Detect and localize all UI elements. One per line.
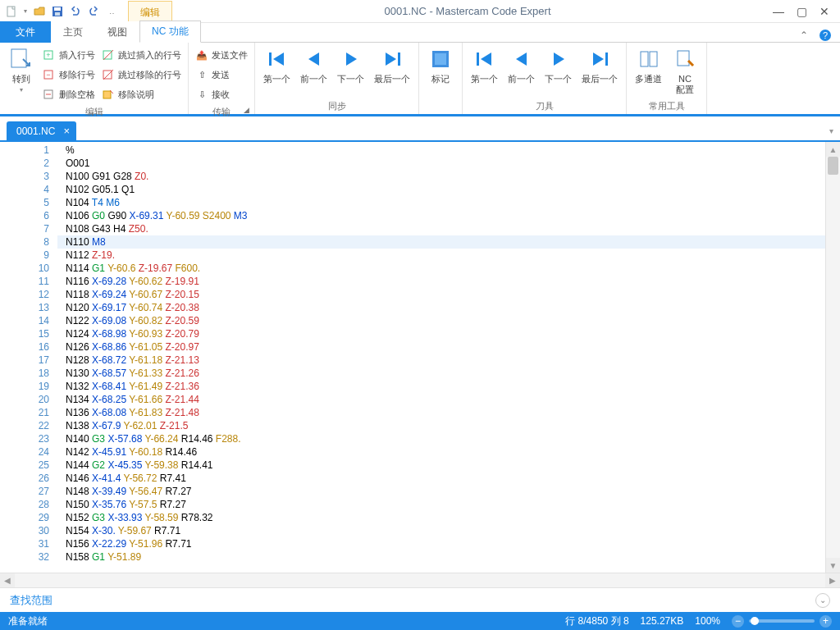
remove-blank-button[interactable]: 删除空格 — [41, 85, 97, 103]
svg-text:?: ? — [823, 30, 828, 40]
svg-rect-16 — [398, 52, 400, 66]
remove-line-button[interactable]: −移除行号 — [41, 66, 97, 84]
skip-remove-button[interactable]: 跳过移除的行号 — [100, 66, 183, 84]
help-icon[interactable]: ? — [819, 29, 832, 42]
qat-dropdown-icon[interactable]: ▾ — [21, 3, 30, 20]
open-icon[interactable] — [31, 3, 48, 20]
collapse-ribbon-icon[interactable]: ⌃ — [797, 29, 810, 42]
close-icon[interactable]: ✕ — [819, 6, 830, 17]
status-bar: 准备就绪 行 8/4850 列 8 125.27KB 100% − + — [0, 612, 840, 630]
svg-rect-14 — [103, 91, 111, 98]
tab-nc[interactable]: NC 功能 — [139, 21, 201, 43]
window-controls: — ▢ ✕ — [763, 6, 840, 17]
window-title: 0001.NC - Mastercam Code Expert — [172, 5, 763, 17]
svg-rect-20 — [605, 52, 608, 66]
zoom-in-icon[interactable]: + — [819, 615, 832, 628]
sync-first-button[interactable]: 第一个 — [258, 44, 295, 86]
document-tab[interactable]: 0001.NC × — [7, 121, 76, 140]
status-position: 行 8/4850 列 8 — [565, 614, 628, 628]
maximize-icon[interactable]: ▢ — [796, 6, 807, 17]
scroll-thumb[interactable] — [828, 157, 838, 175]
next-icon — [338, 46, 364, 72]
tool-prev-button[interactable]: 前一个 — [503, 44, 540, 86]
first-icon — [472, 46, 498, 72]
ribbon-group-sync: 第一个 前一个 下一个 最后一个 同步 — [255, 43, 419, 114]
vertical-scrollbar[interactable]: ▲ ▼ — [825, 142, 840, 573]
zoom-control: − + — [732, 615, 832, 628]
new-icon[interactable] — [3, 3, 20, 20]
scroll-left-icon[interactable]: ◀ — [0, 573, 15, 587]
document-tab-label: 0001.NC — [16, 126, 55, 137]
skip-remove-icon — [102, 68, 115, 81]
tab-file[interactable]: 文件 — [0, 21, 51, 43]
jump-icon — [8, 46, 34, 72]
svg-rect-12 — [103, 51, 112, 59]
ribbon-group-mark: 标记 — [419, 43, 462, 114]
code-area[interactable]: %O001N100 G91 G28 Z0.N102 G05.1 Q1N104 T… — [57, 142, 825, 573]
mark-icon — [427, 46, 454, 72]
redo-icon[interactable] — [85, 3, 102, 20]
book-icon — [636, 46, 662, 72]
remove-note-button[interactable]: 移除说明 — [100, 85, 183, 103]
tab-close-icon[interactable]: × — [63, 125, 70, 137]
document-tabs: 0001.NC × ▾ — [0, 116, 840, 140]
sync-next-button[interactable]: 下一个 — [332, 44, 369, 86]
sync-prev-button[interactable]: 前一个 — [295, 44, 332, 86]
prev-icon — [301, 46, 327, 72]
status-ready: 准备就绪 — [8, 614, 48, 628]
scroll-right-icon[interactable]: ▶ — [825, 573, 840, 587]
tab-home[interactable]: 主页 — [51, 21, 95, 43]
svg-text:−: − — [46, 71, 50, 79]
expand-find-icon[interactable]: ⌄ — [815, 593, 830, 608]
contextual-tab-edit[interactable]: 编辑 — [128, 1, 172, 23]
jump-button[interactable]: 转到 ▾ — [3, 44, 39, 95]
zoom-out-icon[interactable]: − — [732, 615, 744, 628]
tool-last-button[interactable]: 最后一个 — [577, 44, 623, 86]
tab-overflow-icon[interactable]: ▾ — [829, 126, 840, 135]
undo-icon[interactable] — [67, 3, 84, 20]
svg-rect-13 — [103, 71, 112, 79]
qat-more-icon[interactable]: ‥ — [103, 3, 120, 20]
ribbon-tabs: 文件 主页 视图 NC 功能 ⌃ ? — [0, 23, 840, 43]
titlebar: ▾ ‥ 编辑 0001.NC - Mastercam Code Expert —… — [0, 0, 840, 23]
multi-channel-button[interactable]: 多通道 — [630, 44, 667, 86]
ribbon-group-edit: 转到 ▾ +插入行号 −移除行号 删除空格 跳过插入的行号 跳过移除的行号 移除… — [0, 43, 189, 114]
ribbon-group-transfer: 📤发送文件 ⇧发送 ⇩接收 传输◢ — [189, 43, 255, 114]
svg-rect-18 — [435, 53, 446, 65]
group-launcher-icon[interactable]: ◢ — [244, 106, 249, 114]
receive-icon: ⇩ — [195, 88, 208, 101]
skip-insert-icon — [102, 48, 115, 62]
scroll-down-icon[interactable]: ▼ — [826, 558, 840, 573]
quick-access-toolbar: ▾ ‥ — [0, 3, 123, 20]
horizontal-scrollbar[interactable]: ◀ ▶ — [0, 573, 840, 587]
insert-line-button[interactable]: +插入行号 — [41, 46, 97, 64]
send-button[interactable]: ⇧发送 — [194, 66, 249, 84]
svg-rect-3 — [55, 12, 60, 16]
mark-button[interactable]: 标记 — [422, 44, 459, 86]
svg-rect-6 — [11, 49, 26, 67]
remove-line-icon: − — [43, 68, 56, 81]
skip-insert-button[interactable]: 跳过插入的行号 — [100, 46, 183, 64]
zoom-slider[interactable] — [749, 619, 815, 623]
svg-rect-2 — [54, 7, 61, 11]
scroll-up-icon[interactable]: ▲ — [826, 142, 840, 157]
first-icon — [264, 46, 290, 72]
send-file-button[interactable]: 📤发送文件 — [194, 46, 249, 64]
chevron-down-icon: ▾ — [20, 86, 23, 94]
save-icon[interactable] — [49, 3, 66, 20]
send-file-icon: 📤 — [195, 48, 208, 62]
ribbon: 转到 ▾ +插入行号 −移除行号 删除空格 跳过插入的行号 跳过移除的行号 移除… — [0, 43, 840, 116]
sync-last-button[interactable]: 最后一个 — [369, 44, 415, 86]
tool-first-button[interactable]: 第一个 — [466, 44, 503, 86]
send-icon: ⇧ — [195, 68, 208, 81]
svg-rect-22 — [650, 52, 657, 66]
nc-config-button[interactable]: NC配置 — [667, 44, 703, 97]
status-zoom: 100% — [695, 615, 720, 627]
tab-view[interactable]: 视图 — [95, 21, 139, 43]
receive-button[interactable]: ⇩接收 — [194, 85, 249, 103]
minimize-icon[interactable]: — — [773, 6, 784, 17]
tool-next-button[interactable]: 下一个 — [540, 44, 577, 86]
insert-line-icon: + — [43, 48, 56, 62]
svg-rect-0 — [7, 7, 15, 16]
code-editor: 1234567891011121314151617181920212223242… — [0, 140, 840, 573]
